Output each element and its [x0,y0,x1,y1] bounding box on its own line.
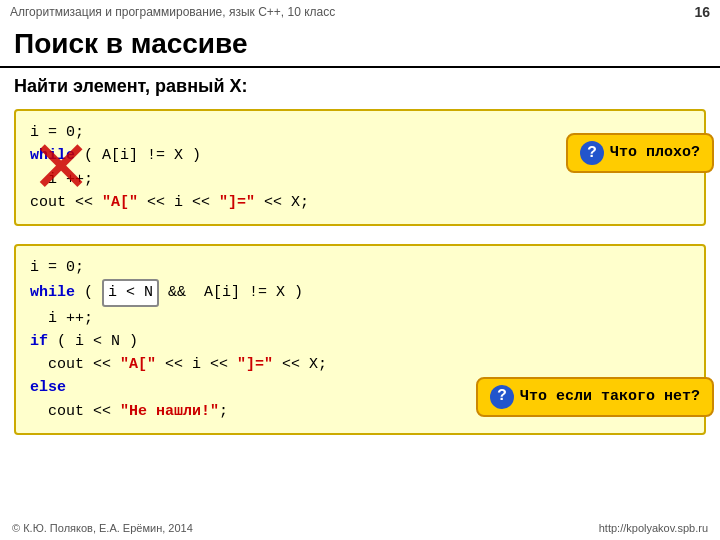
page-title: Поиск в массиве [0,24,720,68]
blocks-area: i = 0; while ( A[i] != X ) i ++; cout <<… [0,109,720,435]
str-3: "A[" [120,356,156,373]
footer-left: © К.Ю. Поляков, Е.А. Ерёмин, 2014 [12,522,193,534]
bubble-1-text: Что плохо? [610,141,700,164]
str-5: "Не нашли!" [120,403,219,420]
code-block-2: i = 0; while ( i < N && A[i] != X ) i ++… [14,244,706,435]
keyword-if: if [30,333,48,350]
code2-line-1: i = 0; [30,256,690,279]
bubble-2-text: Что если такого нет? [520,385,700,408]
str-4: "]=" [237,356,273,373]
question-mark-1: ? [580,141,604,165]
keyword-while-1: while [30,147,75,164]
footer-right: http://kpolyakov.spb.ru [599,522,708,534]
str-2: "]=" [219,194,255,211]
str-1: "A[" [102,194,138,211]
question-mark-2: ? [490,385,514,409]
page-number: 16 [694,4,710,20]
top-bar: Алгоритмизация и программирование, язык … [0,0,720,24]
course-label: Алгоритмизация и программирование, язык … [10,5,335,19]
code2-line-3: i ++; [30,307,690,330]
code2-line-4: if ( i < N ) [30,330,690,353]
highlight-i-n: i < N [102,279,159,306]
code2-line-2: while ( i < N && A[i] != X ) [30,279,690,306]
code-line-4: cout << "A[" << i << "]=" << X; [30,191,690,214]
bubble-2: ? Что если такого нет? [476,377,714,417]
bubble-1: ? Что плохо? [566,133,714,173]
code2-line-5: cout << "A[" << i << "]=" << X; [30,353,690,376]
keyword-else: else [30,379,66,396]
code-block-1: i = 0; while ( A[i] != X ) i ++; cout <<… [14,109,706,226]
footer: © К.Ю. Поляков, Е.А. Ерёмин, 2014 http:/… [0,522,720,534]
subtitle: Найти элемент, равный X: [0,68,720,103]
keyword-while-2: while [30,284,75,301]
